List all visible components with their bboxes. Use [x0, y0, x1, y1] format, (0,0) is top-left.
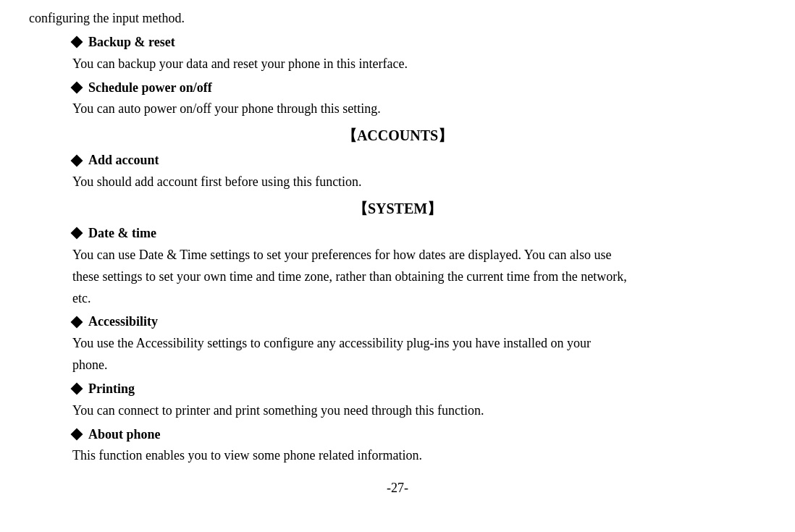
printing-section: Printing You can connect to printer and …: [29, 379, 766, 421]
schedule-power-body: You can auto power on/off your phone thr…: [72, 99, 766, 119]
about-phone-section: About phone This function enables you to…: [29, 424, 766, 467]
accessibility-body-2: phone.: [72, 355, 766, 376]
backup-reset-section: Backup & reset You can backup your data …: [29, 32, 766, 75]
about-phone-label: About phone: [88, 424, 161, 445]
accessibility-label: Accessibility: [88, 311, 158, 332]
accessibility-body-1: You use the Accessibility settings to co…: [72, 334, 766, 354]
date-time-body-1: You can use Date & Time settings to set …: [72, 245, 766, 266]
diamond-icon: [71, 36, 83, 48]
page-container: configuring the input method. Backup & r…: [0, 0, 795, 532]
about-phone-body: This function enables you to view some p…: [72, 446, 766, 466]
diamond-icon: [71, 81, 83, 93]
accessibility-heading: Accessibility: [72, 311, 766, 332]
diamond-icon: [71, 383, 83, 395]
system-header: 【SYSTEM】: [29, 197, 766, 220]
diamond-icon: [71, 154, 83, 166]
diamond-icon: [71, 227, 83, 240]
diamond-icon: [71, 428, 83, 441]
date-time-body-3: etc.: [72, 289, 766, 309]
date-time-section: Date & time You can use Date & Time sett…: [29, 223, 766, 308]
printing-heading: Printing: [72, 379, 766, 400]
diamond-icon: [71, 316, 83, 328]
accessibility-section: Accessibility You use the Accessibility …: [29, 311, 766, 376]
schedule-power-heading: Schedule power on/off: [72, 77, 766, 98]
backup-reset-label: Backup & reset: [88, 32, 175, 53]
schedule-power-section: Schedule power on/off You can auto power…: [29, 77, 766, 120]
add-account-section: Add account You should add account first…: [29, 150, 766, 193]
add-account-label: Add account: [88, 150, 159, 171]
backup-reset-heading: Backup & reset: [72, 32, 766, 53]
schedule-power-label: Schedule power on/off: [88, 77, 212, 98]
about-phone-heading: About phone: [72, 424, 766, 445]
date-time-heading: Date & time: [72, 223, 766, 244]
intro-text: configuring the input method.: [29, 9, 766, 29]
printing-label: Printing: [88, 379, 135, 400]
backup-reset-body: You can backup your data and reset your …: [72, 54, 766, 75]
date-time-body-2: these settings to set your own time and …: [72, 267, 766, 287]
printing-body: You can connect to printer and print som…: [72, 401, 766, 421]
accounts-header: 【ACCOUNTS】: [29, 124, 766, 147]
date-time-label: Date & time: [88, 223, 156, 244]
page-number: -27-: [29, 478, 766, 499]
add-account-body: You should add account first before usin…: [72, 172, 766, 193]
add-account-heading: Add account: [72, 150, 766, 171]
